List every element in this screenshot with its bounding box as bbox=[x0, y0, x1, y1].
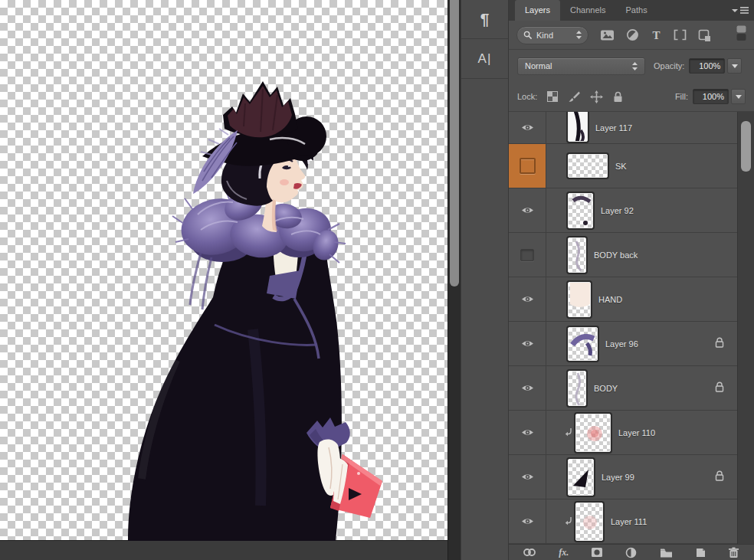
lock-fill-row: Lock: Fill: 100% bbox=[509, 82, 754, 112]
lock-transparency-button[interactable] bbox=[547, 91, 558, 102]
blend-mode-value: Normal bbox=[525, 61, 632, 70]
layer-row[interactable]: Layer 92 bbox=[509, 188, 737, 233]
chevron-down-icon bbox=[732, 8, 739, 13]
new-layer-button[interactable] bbox=[695, 547, 706, 558]
artwork-victorian-lady bbox=[0, 0, 447, 541]
layer-thumbnail[interactable] bbox=[568, 193, 593, 228]
layer-lock-icon bbox=[715, 337, 724, 351]
visibility-checkbox-empty[interactable] bbox=[520, 249, 534, 261]
layer-row[interactable]: SK bbox=[509, 144, 737, 188]
layer-row[interactable]: Layer 96 bbox=[509, 322, 737, 366]
filter-kind-dropdown[interactable]: Kind bbox=[516, 26, 588, 44]
layer-row[interactable]: BODY bbox=[509, 366, 737, 411]
document-scrollbar-thumb[interactable] bbox=[450, 0, 459, 287]
paragraph-icon: ¶ bbox=[480, 10, 490, 28]
new-adjustment-layer-button[interactable] bbox=[625, 547, 637, 558]
panel-menu-button[interactable] bbox=[732, 7, 749, 14]
new-group-button[interactable] bbox=[660, 548, 673, 558]
opacity-label: Opacity: bbox=[654, 61, 684, 70]
layer-thumbnail[interactable] bbox=[568, 371, 586, 406]
paragraph-panel-button[interactable]: ¶ bbox=[461, 0, 508, 39]
layer-row[interactable]: Layer 117 bbox=[509, 112, 737, 144]
updown-arrows-icon bbox=[576, 31, 582, 39]
layer-color-label-orange[interactable] bbox=[509, 144, 546, 188]
layers-panel-action-bar: fx. bbox=[509, 544, 754, 560]
layer-name[interactable]: Layer 99 bbox=[602, 473, 634, 482]
filter-adjustment-layers-button[interactable] bbox=[626, 28, 639, 41]
panel-dock: ¶ A| bbox=[461, 0, 508, 560]
canvas-area[interactable] bbox=[0, 0, 447, 560]
layers-list: Layer 117 SK Layer 92 bbox=[509, 112, 754, 544]
visibility-checkbox-empty[interactable] bbox=[520, 158, 536, 174]
blend-mode-dropdown[interactable]: Normal bbox=[517, 57, 645, 75]
filtering-toggle-switch[interactable] bbox=[736, 25, 746, 44]
layer-name[interactable]: BODY back bbox=[594, 251, 638, 260]
opacity-value-field[interactable]: 100% bbox=[689, 58, 725, 74]
character-icon: A| bbox=[478, 51, 492, 67]
layer-thumbnail[interactable] bbox=[568, 112, 588, 142]
layer-thumbnail[interactable] bbox=[568, 237, 586, 273]
fill-label: Fill: bbox=[675, 92, 688, 101]
fill-dropdown-button[interactable] bbox=[731, 89, 746, 104]
visibility-eye-icon[interactable] bbox=[521, 293, 534, 306]
layer-name[interactable]: SK bbox=[615, 162, 627, 171]
document-vertical-scrollbar[interactable] bbox=[447, 0, 461, 560]
layers-list-scrollbar-thumb[interactable] bbox=[741, 121, 751, 172]
character-panel-button[interactable]: A| bbox=[461, 39, 508, 79]
layer-name[interactable]: Layer 110 bbox=[618, 428, 655, 437]
add-layer-mask-button[interactable] bbox=[591, 547, 603, 558]
layer-row[interactable]: HAND bbox=[509, 277, 737, 322]
link-layers-button[interactable] bbox=[523, 547, 536, 558]
visibility-eye-icon[interactable] bbox=[521, 426, 534, 440]
chevron-down-icon bbox=[736, 95, 742, 99]
clipping-mask-arrow-icon bbox=[565, 515, 572, 529]
filter-pixel-layers-button[interactable] bbox=[600, 29, 615, 41]
layer-thumbnail[interactable] bbox=[568, 282, 591, 317]
filter-smart-objects-button[interactable] bbox=[698, 29, 711, 41]
visibility-eye-icon[interactable] bbox=[521, 204, 534, 218]
clipping-mask-arrow-icon bbox=[565, 426, 572, 440]
visibility-eye-icon[interactable] bbox=[521, 121, 534, 135]
svg-text:T: T bbox=[652, 29, 660, 41]
layer-name[interactable]: Layer 96 bbox=[605, 339, 638, 349]
filter-type-layers-button[interactable]: T bbox=[651, 29, 662, 41]
updown-arrows-icon bbox=[632, 62, 638, 70]
layer-thumbnail[interactable] bbox=[575, 503, 603, 541]
photoshop-window: ¶ A| Layers Channels Paths bbox=[0, 0, 754, 560]
chevron-down-icon bbox=[732, 64, 738, 68]
visibility-eye-icon[interactable] bbox=[521, 470, 534, 484]
layer-lock-icon bbox=[715, 470, 724, 484]
tab-channels[interactable]: Channels bbox=[560, 0, 615, 21]
layers-list-scrollbar[interactable] bbox=[737, 112, 754, 544]
tab-paths[interactable]: Paths bbox=[616, 0, 657, 21]
layer-name[interactable]: Layer 92 bbox=[601, 206, 634, 215]
lock-position-button[interactable] bbox=[590, 90, 603, 103]
layer-row[interactable]: BODY back bbox=[509, 233, 737, 277]
delete-layer-button[interactable] bbox=[729, 547, 739, 558]
lock-all-button[interactable] bbox=[613, 91, 623, 103]
layer-thumbnail[interactable] bbox=[575, 414, 611, 452]
visibility-eye-icon[interactable] bbox=[521, 337, 534, 351]
opacity-dropdown-button[interactable] bbox=[727, 58, 742, 74]
layer-name[interactable]: HAND bbox=[598, 295, 622, 304]
layer-thumbnail[interactable] bbox=[568, 154, 608, 178]
filter-shape-layers-button[interactable] bbox=[674, 29, 687, 41]
lock-image-pixels-button[interactable] bbox=[568, 91, 580, 103]
layer-styles-button[interactable]: fx. bbox=[559, 547, 569, 558]
blend-opacity-row: Normal Opacity: 100% bbox=[509, 50, 754, 82]
layer-thumbnail[interactable] bbox=[568, 459, 594, 496]
visibility-eye-icon[interactable] bbox=[521, 515, 534, 529]
fill-value-field[interactable]: 100% bbox=[693, 89, 729, 104]
layer-row[interactable]: Layer 99 bbox=[509, 455, 737, 499]
layer-name[interactable]: Layer 111 bbox=[611, 517, 647, 526]
layer-row[interactable]: Layer 111 bbox=[509, 499, 737, 544]
panel-tabbar: Layers Channels Paths bbox=[509, 0, 754, 21]
layer-thumbnail[interactable] bbox=[568, 327, 598, 361]
layer-row[interactable]: Layer 110 bbox=[509, 411, 737, 455]
filter-kind-label: Kind bbox=[536, 31, 572, 40]
search-icon bbox=[523, 31, 533, 40]
layer-name[interactable]: Layer 117 bbox=[595, 123, 632, 133]
layer-name[interactable]: BODY bbox=[594, 384, 618, 393]
tab-layers[interactable]: Layers bbox=[515, 0, 560, 21]
visibility-eye-icon[interactable] bbox=[521, 382, 534, 395]
